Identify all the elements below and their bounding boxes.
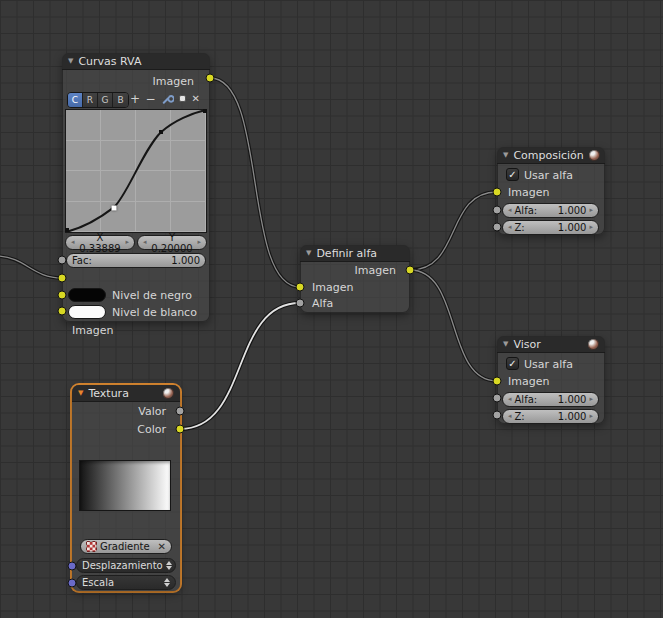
spinner-icon[interactable]	[164, 578, 170, 587]
collapse-icon[interactable]: ▼	[503, 341, 508, 348]
preview-sphere-icon[interactable]	[163, 388, 174, 399]
socket-composicion-input-imagen[interactable]	[493, 188, 502, 197]
socket-visor-input-imagen[interactable]	[493, 377, 502, 386]
curve-point-selected[interactable]	[111, 205, 116, 210]
add-point-button[interactable]: +	[130, 93, 140, 105]
tools-wrench-icon[interactable]	[161, 92, 174, 105]
socket-textura-input-escala[interactable]	[68, 579, 77, 588]
texture-selector[interactable]: Gradiente ✕	[80, 539, 172, 554]
alfa-label: Alfa:	[515, 205, 538, 216]
black-level-swatch[interactable]	[68, 288, 106, 302]
curve-x-value: X 0.33889	[78, 232, 123, 254]
socket-curvas-input-nivel-negro[interactable]	[58, 291, 67, 300]
step-right-icon[interactable]: ▸	[589, 207, 593, 214]
delete-points-button[interactable]: ✕	[192, 94, 200, 104]
input-label-nivel-blanco: Nivel de blanco	[112, 306, 197, 319]
collapse-icon[interactable]: ▼	[68, 58, 73, 65]
usar-alfa-checkbox[interactable]: ✓	[506, 357, 519, 370]
step-right-icon[interactable]: ▸	[197, 239, 201, 246]
curve-toolbar: + − ✕	[130, 91, 200, 106]
step-left-icon[interactable]: ◂	[71, 239, 75, 246]
socket-textura-output-valor[interactable]	[176, 407, 185, 416]
step-right-icon[interactable]: ▸	[589, 396, 593, 403]
input-label-alfa: Alfa	[312, 297, 333, 310]
desplazamiento-field[interactable]: Desplazamiento	[76, 558, 176, 573]
unlink-texture-icon[interactable]: ✕	[158, 541, 166, 552]
curve-point-origin[interactable]	[65, 228, 69, 232]
socket-visor-input-z[interactable]	[493, 411, 502, 420]
usar-alfa-label: Usar alfa	[524, 358, 573, 371]
node-definir-alfa-header[interactable]: ▼ Definir alfa	[300, 245, 410, 262]
step-left-icon[interactable]: ◂	[508, 413, 512, 420]
alfa-label: Alfa:	[515, 394, 538, 405]
z-number-field[interactable]: ◂ Z: 1.000 ▸	[502, 220, 599, 235]
curve-editor[interactable]	[65, 109, 207, 233]
curve-point-mid[interactable]	[159, 130, 163, 134]
node-visor-header[interactable]: ▼ Visor	[497, 336, 605, 353]
input-label-imagen: Imagen	[72, 324, 113, 337]
channel-r-button[interactable]: R	[83, 93, 98, 107]
collapse-icon[interactable]: ▼	[78, 390, 83, 397]
node-editor-canvas[interactable]: ▼ Curvas RVA Imagen C R G B + − ✕	[0, 0, 663, 618]
usar-alfa-checkbox[interactable]: ✓	[506, 168, 519, 181]
node-curvas-rva-header[interactable]: ▼ Curvas RVA	[62, 53, 210, 70]
node-visor[interactable]: ▼ Visor ✓ Usar alfa Imagen ◂ Alfa: 1.000…	[497, 336, 605, 424]
texture-name: Gradiente	[100, 541, 150, 552]
link-offscreen-to-curvas-imagen	[0, 256, 62, 278]
node-title: Definir alfa	[316, 247, 377, 260]
node-composicion-header[interactable]: ▼ Composición	[497, 147, 605, 164]
node-textura-header[interactable]: ▼ Textura	[72, 385, 180, 402]
z-number-field[interactable]: ◂ Z: 1.000 ▸	[502, 409, 599, 424]
preview-sphere-icon[interactable]	[588, 339, 599, 350]
socket-visor-input-alfa[interactable]	[493, 394, 502, 403]
white-level-swatch[interactable]	[68, 305, 106, 319]
check-icon: ✓	[508, 359, 516, 369]
socket-definir-output-imagen[interactable]	[406, 266, 415, 275]
curve-point-end[interactable]	[203, 109, 207, 113]
clipping-dot-button[interactable]	[179, 95, 186, 102]
link-definir-to-visor	[410, 270, 497, 381]
node-definir-alfa[interactable]: ▼ Definir alfa Imagen Imagen Alfa	[300, 245, 410, 313]
socket-curvas-output-imagen[interactable]	[206, 74, 215, 83]
socket-textura-output-color[interactable]	[176, 425, 185, 434]
output-label-imagen: Imagen	[355, 264, 396, 277]
collapse-icon[interactable]: ▼	[503, 152, 508, 159]
socket-curvas-input-fac[interactable]	[58, 256, 67, 265]
node-curvas-rva[interactable]: ▼ Curvas RVA Imagen C R G B + − ✕	[62, 53, 210, 322]
step-right-icon[interactable]: ▸	[589, 224, 593, 231]
node-textura[interactable]: ▼ Textura Valor Color Gradiente ✕ Despla…	[72, 385, 180, 591]
socket-composicion-input-alfa[interactable]	[493, 206, 502, 215]
socket-curvas-input-nivel-blanco[interactable]	[58, 307, 67, 316]
node-title: Composición	[513, 149, 583, 162]
channel-buttons: C R G B	[67, 92, 129, 108]
fac-label: Fac:	[72, 255, 92, 266]
check-icon: ✓	[508, 170, 516, 180]
remove-point-button[interactable]: −	[145, 93, 155, 105]
channel-c-button[interactable]: C	[68, 93, 83, 107]
step-left-icon[interactable]: ◂	[508, 207, 512, 214]
alfa-number-field[interactable]: ◂ Alfa: 1.000 ▸	[502, 203, 599, 218]
escala-field[interactable]: Escala	[76, 575, 176, 590]
step-left-icon[interactable]: ◂	[508, 224, 512, 231]
node-title: Textura	[88, 387, 128, 400]
socket-textura-input-desplazamiento[interactable]	[68, 562, 77, 571]
socket-composicion-input-z[interactable]	[493, 223, 502, 232]
fac-slider[interactable]: Fac: 1.000	[66, 253, 206, 268]
spinner-icon[interactable]	[166, 561, 172, 570]
step-right-icon[interactable]: ▸	[125, 239, 129, 246]
channel-b-button[interactable]: B	[113, 93, 128, 107]
curve-y-field[interactable]: ◂ Y 0.20000 ▸	[137, 235, 207, 250]
socket-curvas-input-imagen[interactable]	[58, 274, 67, 283]
channel-g-button[interactable]: G	[98, 93, 113, 107]
step-right-icon[interactable]: ▸	[589, 413, 593, 420]
socket-definir-input-imagen[interactable]	[296, 283, 305, 292]
step-left-icon[interactable]: ◂	[508, 396, 512, 403]
preview-sphere-icon[interactable]	[589, 150, 600, 161]
input-label-imagen: Imagen	[508, 186, 549, 199]
collapse-icon[interactable]: ▼	[306, 250, 311, 257]
step-left-icon[interactable]: ◂	[143, 239, 147, 246]
alfa-number-field[interactable]: ◂ Alfa: 1.000 ▸	[502, 392, 599, 407]
socket-definir-input-alfa[interactable]	[296, 299, 305, 308]
curve-x-field[interactable]: ◂ X 0.33889 ▸	[65, 235, 135, 250]
node-composicion[interactable]: ▼ Composición ✓ Usar alfa Imagen ◂ Alfa:…	[497, 147, 605, 235]
